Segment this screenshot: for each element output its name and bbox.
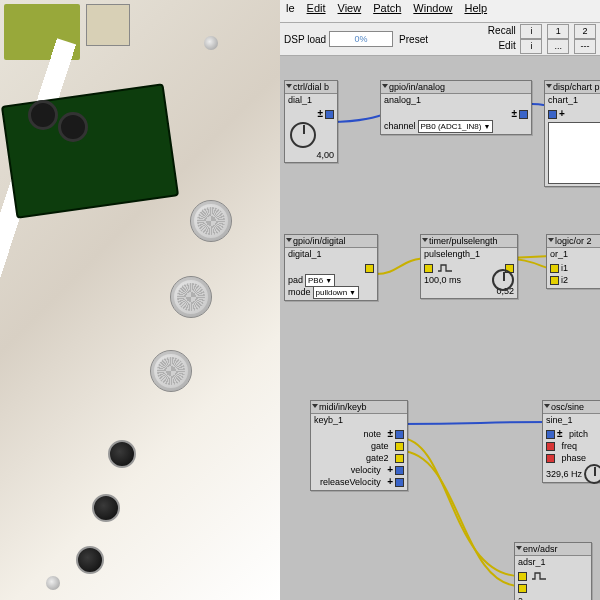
- toolbar: DSP load 0% Preset Recall i 1 2 Edit i .…: [280, 23, 600, 56]
- node-type-label: env/adsr: [523, 544, 558, 554]
- inlet-freq[interactable]: [546, 442, 555, 451]
- node-type-label: logic/or 2: [555, 236, 592, 246]
- adsr-a-label: a: [518, 595, 523, 600]
- node-type-label: disp/chart p: [553, 82, 600, 92]
- bipolar-icon: ±: [318, 110, 324, 118]
- patch-canvas[interactable]: ctrl/dial b dial_1 ± 4,00 gpio/in/analog…: [280, 56, 600, 600]
- sine-dial[interactable]: [584, 464, 600, 484]
- dev-board: [3, 85, 177, 216]
- node-pulselength[interactable]: timer/pulselength pulselength_1 100,0 ms…: [420, 234, 518, 299]
- outlet-rvel[interactable]: [395, 478, 404, 487]
- node-type-label: gpio/in/analog: [389, 82, 445, 92]
- recall-i-button[interactable]: i: [520, 24, 542, 39]
- freq-label: freq: [562, 441, 578, 451]
- mode-select[interactable]: pulldown: [313, 286, 360, 299]
- node-dial[interactable]: ctrl/dial b dial_1 ± 4,00: [284, 80, 338, 163]
- phase-label: phase: [562, 453, 587, 463]
- node-digital[interactable]: gpio/in/digital digital_1 padPB6 modepul…: [284, 234, 378, 301]
- node-name[interactable]: chart_1: [545, 94, 600, 106]
- menu-patch[interactable]: Patch: [373, 2, 401, 20]
- node-name[interactable]: or_1: [547, 248, 600, 260]
- node-name[interactable]: dial_1: [285, 94, 337, 106]
- node-name[interactable]: sine_1: [543, 414, 600, 426]
- rotary-knob-icon: [150, 350, 192, 392]
- inlet-pitch[interactable]: [546, 430, 555, 439]
- bolt-icon: [46, 576, 60, 590]
- sine-hz: 329,6 Hz: [546, 469, 582, 479]
- chart-display: [548, 122, 600, 184]
- inlet-port[interactable]: [548, 110, 557, 119]
- small-knob-icon: [76, 546, 104, 574]
- menu-window[interactable]: Window: [413, 2, 452, 20]
- screw-box: [86, 4, 130, 46]
- channel-select[interactable]: PB0 (ADC1_IN8): [418, 120, 494, 133]
- hardware-photo: [0, 0, 280, 600]
- triangle-icon: [382, 84, 388, 88]
- node-name[interactable]: analog_1: [381, 94, 531, 106]
- menu-help[interactable]: Help: [464, 2, 487, 20]
- triangle-icon: [516, 546, 522, 550]
- rotary-knob-icon: [170, 276, 212, 318]
- small-knob-icon: [92, 494, 120, 522]
- edit-i-button[interactable]: i: [520, 39, 542, 54]
- edit-dash-button[interactable]: ---: [574, 39, 596, 54]
- outlet-velocity[interactable]: [395, 466, 404, 475]
- edit-dots-button[interactable]: ...: [547, 39, 569, 54]
- recall-1-button[interactable]: 1: [547, 24, 569, 39]
- node-name[interactable]: pulselength_1: [421, 248, 517, 260]
- dsp-load-label: DSP load: [284, 34, 326, 45]
- triangle-icon: [312, 404, 318, 408]
- dial-knob[interactable]: [290, 122, 316, 148]
- node-chart[interactable]: disp/chart p chart_1 +: [544, 80, 600, 187]
- rotary-knob-icon: [190, 200, 232, 242]
- node-type-label: osc/sine: [551, 402, 584, 412]
- node-or[interactable]: logic/or 2 or_1 i1 i2: [546, 234, 600, 289]
- patcher-window: le Edit View Patch Window Help DSP load …: [280, 0, 600, 600]
- triangle-icon: [422, 238, 428, 242]
- unipolar-icon: +: [559, 110, 565, 118]
- dial-value: 4,00: [288, 150, 334, 160]
- inlet-retrig[interactable]: [518, 584, 527, 593]
- dsp-load-meter: 0%: [329, 31, 393, 47]
- inlet-gate[interactable]: [518, 572, 527, 581]
- unipolar-icon: +: [387, 466, 393, 474]
- velocity-label: velocity: [351, 465, 381, 475]
- recall-label: Recall: [488, 25, 516, 36]
- inlet-phase[interactable]: [546, 454, 555, 463]
- recall-2-button[interactable]: 2: [574, 24, 596, 39]
- inlet-i1[interactable]: [550, 264, 559, 273]
- menu-edit[interactable]: Edit: [307, 2, 326, 20]
- i2-label: i2: [561, 275, 568, 285]
- node-type-label: gpio/in/digital: [293, 236, 346, 246]
- pitch-label: pitch: [569, 429, 588, 439]
- outlet-port[interactable]: [519, 110, 528, 119]
- outlet-note[interactable]: [395, 430, 404, 439]
- audio-jack-icon: [28, 100, 58, 130]
- pulse-icon: [531, 571, 547, 581]
- bipolar-icon: ±: [388, 430, 394, 438]
- outlet-gate[interactable]: [395, 442, 404, 451]
- gate2-label: gate2: [366, 453, 389, 463]
- audio-jack-icon: [58, 112, 88, 142]
- node-name[interactable]: digital_1: [285, 248, 377, 260]
- edit-label: Edit: [498, 40, 515, 51]
- outlet-gate2[interactable]: [395, 454, 404, 463]
- i1-label: i1: [561, 263, 568, 273]
- small-knob-icon: [108, 440, 136, 468]
- outlet-port[interactable]: [325, 110, 334, 119]
- triangle-icon: [546, 84, 552, 88]
- menu-file[interactable]: le: [286, 2, 295, 20]
- pulse-icon: [437, 263, 453, 273]
- node-keyb[interactable]: midi/in/keyb keyb_1 note ± gate gate2 ve…: [310, 400, 408, 491]
- inlet-port[interactable]: [424, 264, 433, 273]
- node-sine[interactable]: osc/sine sine_1 ± pitch freq phase 329,6…: [542, 400, 600, 483]
- node-name[interactable]: keyb_1: [311, 414, 407, 426]
- outlet-port[interactable]: [365, 264, 374, 273]
- pulse-dial[interactable]: [492, 269, 514, 291]
- node-name[interactable]: adsr_1: [515, 556, 591, 568]
- node-adsr[interactable]: env/adsr adsr_1 a 97,08 ms: [514, 542, 592, 600]
- node-analog[interactable]: gpio/in/analog analog_1 ± channelPB0 (AD…: [380, 80, 532, 135]
- menu-view[interactable]: View: [338, 2, 362, 20]
- inlet-i2[interactable]: [550, 276, 559, 285]
- triangle-icon: [548, 238, 554, 242]
